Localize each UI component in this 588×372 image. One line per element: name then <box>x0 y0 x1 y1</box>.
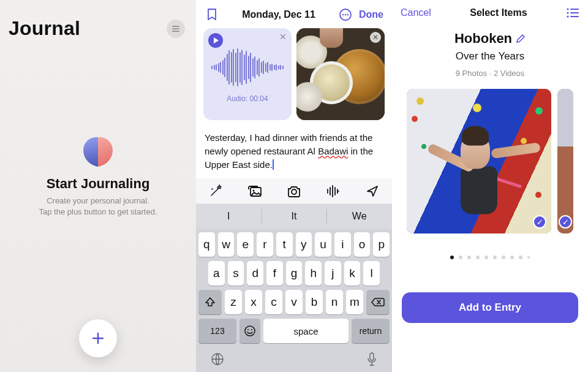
key-x[interactable]: x <box>245 290 262 314</box>
key-o[interactable]: o <box>354 232 371 257</box>
place-name: Hoboken <box>454 31 512 47</box>
done-button[interactable]: Done <box>358 9 385 20</box>
key-r[interactable]: r <box>257 232 273 257</box>
select-media-1[interactable]: ✓ <box>533 215 546 229</box>
bookmark-icon <box>206 8 217 21</box>
entry-text-error: Badawi <box>318 146 348 156</box>
add-entry-button[interactable] <box>79 319 117 357</box>
select-items-panel: Cancel Select Items Hoboken Over the Yea… <box>392 0 588 372</box>
journal-home-panel: Journal Start Journaling Create your per… <box>0 0 196 372</box>
app-title: Journal <box>9 17 80 40</box>
key-u[interactable]: u <box>315 232 331 257</box>
dot <box>502 256 505 259</box>
journal-logo-icon <box>81 134 115 168</box>
more-button[interactable] <box>337 6 354 23</box>
key-w[interactable]: w <box>218 232 235 257</box>
shift-key[interactable] <box>198 290 222 314</box>
backspace-key[interactable] <box>366 290 390 314</box>
media-item-1[interactable]: ✓ <box>407 89 551 233</box>
edit-title-button[interactable] <box>516 34 526 44</box>
svg-point-9 <box>251 329 252 330</box>
location-tool-button[interactable] <box>364 183 380 199</box>
list-view-button[interactable] <box>566 7 579 18</box>
suggestion-3[interactable]: We <box>326 204 392 229</box>
svg-point-2 <box>345 14 347 16</box>
select-media-2[interactable]: ✓ <box>559 215 572 229</box>
key-h[interactable]: h <box>305 261 322 286</box>
entry-text-area[interactable]: Yesterday, I had dinner with friends at … <box>196 120 392 172</box>
remove-audio-button[interactable]: ✕ <box>279 32 287 42</box>
key-y[interactable]: y <box>296 232 312 257</box>
media-item-2[interactable]: ✓ <box>557 89 573 233</box>
add-to-entry-button[interactable]: Add to Entry <box>402 292 578 323</box>
key-j[interactable]: j <box>325 261 341 286</box>
emoji-icon <box>244 325 256 337</box>
key-z[interactable]: z <box>225 290 242 314</box>
suggestion-1[interactable]: I <box>196 204 262 229</box>
backspace-icon <box>371 297 385 307</box>
key-g[interactable]: g <box>286 261 303 286</box>
svg-point-14 <box>567 15 568 17</box>
audio-attachment[interactable]: ✕ Audio: 00:04 <box>203 28 292 120</box>
entry-editor-panel: Monday, Dec 11 Done ✕ Audio: 00:04 ✕ Yes… <box>196 0 392 372</box>
dot <box>459 256 462 259</box>
start-sub-1: Create your personal journal. <box>18 195 178 207</box>
key-i[interactable]: i <box>334 232 351 257</box>
dot <box>510 256 514 259</box>
key-v[interactable]: v <box>285 290 303 314</box>
waveform-icon <box>326 185 340 197</box>
microphone-icon <box>366 352 377 367</box>
svg-point-3 <box>347 14 349 16</box>
magic-tool-button[interactable] <box>208 183 224 199</box>
cancel-button[interactable]: Cancel <box>401 7 431 18</box>
key-c[interactable]: c <box>265 290 282 314</box>
key-n[interactable]: n <box>326 290 343 314</box>
dot <box>527 256 530 259</box>
keyboard-suggestions: I It We <box>196 204 392 229</box>
menu-button[interactable] <box>167 20 185 38</box>
key-k[interactable]: k <box>344 261 361 286</box>
svg-point-7 <box>245 326 255 336</box>
key-p[interactable]: p <box>373 232 390 257</box>
return-key[interactable]: return <box>352 319 390 343</box>
dot <box>467 256 471 259</box>
key-m[interactable]: m <box>346 290 363 314</box>
start-heading: Start Journaling <box>18 175 178 191</box>
key-f[interactable]: f <box>266 261 283 286</box>
dot <box>519 256 522 259</box>
collection-meta: 9 Photos · 2 Videos <box>392 69 588 78</box>
key-e[interactable]: e <box>237 232 254 257</box>
emoji-key[interactable] <box>239 319 260 343</box>
space-key[interactable]: space <box>263 319 349 343</box>
key-t[interactable]: t <box>276 232 293 257</box>
key-q[interactable]: q <box>198 232 215 257</box>
dictation-key[interactable] <box>366 352 377 367</box>
globe-icon <box>211 352 224 366</box>
svg-point-5 <box>253 189 255 191</box>
list-icon <box>566 7 579 18</box>
voice-tool-button[interactable] <box>325 183 341 199</box>
key-d[interactable]: d <box>247 261 263 286</box>
suggestion-2[interactable]: It <box>262 204 327 229</box>
play-button[interactable] <box>208 33 223 48</box>
key-l[interactable]: l <box>363 261 380 286</box>
media-carousel[interactable]: ✓ ✓ <box>392 89 588 233</box>
dot <box>476 256 480 259</box>
numbers-key[interactable]: 123 <box>198 319 236 343</box>
key-s[interactable]: s <box>228 261 244 286</box>
text-cursor <box>273 159 274 170</box>
camera-tool-button[interactable] <box>286 183 302 199</box>
svg-point-13 <box>567 12 568 13</box>
shift-icon <box>205 297 216 308</box>
sparkle-icon <box>209 184 222 198</box>
remove-photo-button[interactable]: ✕ <box>370 32 381 43</box>
bookmark-button[interactable] <box>203 6 221 23</box>
dot <box>493 256 497 259</box>
gallery-tool-button[interactable] <box>247 183 263 199</box>
key-b[interactable]: b <box>306 290 323 314</box>
globe-key[interactable] <box>211 352 224 367</box>
key-a[interactable]: a <box>208 261 225 286</box>
select-items-title: Select Items <box>470 7 527 18</box>
camera-icon <box>287 185 301 197</box>
photo-attachment[interactable]: ✕ <box>296 28 385 120</box>
